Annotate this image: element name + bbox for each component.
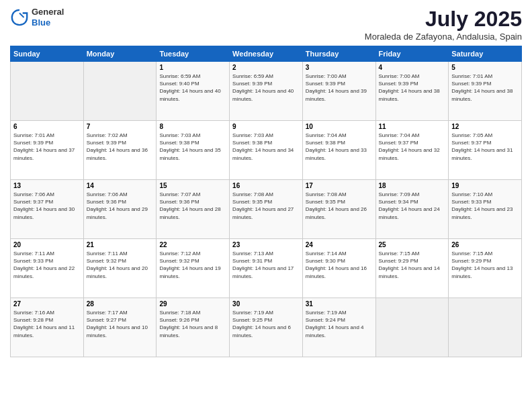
week-row-4: 20Sunrise: 7:11 AMSunset: 9:33 PMDayligh… [11, 239, 522, 298]
calendar-table: Sunday Monday Tuesday Wednesday Thursday… [10, 46, 522, 357]
day-cell: 26Sunrise: 7:15 AMSunset: 9:29 PMDayligh… [449, 239, 522, 298]
day-number: 16 [232, 182, 300, 189]
header-row: Sunday Monday Tuesday Wednesday Thursday… [11, 46, 522, 62]
day-info: Sunrise: 7:06 AMSunset: 9:36 PMDaylight:… [87, 191, 154, 221]
day-info: Sunrise: 7:15 AMSunset: 9:29 PMDaylight:… [379, 250, 446, 280]
day-cell: 31Sunrise: 7:19 AMSunset: 9:24 PMDayligh… [302, 298, 375, 357]
day-cell: 1Sunrise: 6:59 AMSunset: 9:40 PMDaylight… [157, 62, 230, 121]
day-info: Sunrise: 7:01 AMSunset: 9:39 PMDaylight:… [451, 73, 519, 103]
day-cell: 9Sunrise: 7:03 AMSunset: 9:38 PMDaylight… [230, 121, 303, 180]
month-title: July 2025 [365, 7, 522, 32]
day-cell: 12Sunrise: 7:05 AMSunset: 9:37 PMDayligh… [449, 121, 522, 180]
day-info: Sunrise: 7:11 AMSunset: 9:33 PMDaylight:… [13, 250, 81, 280]
day-cell: 6Sunrise: 7:01 AMSunset: 9:39 PMDaylight… [11, 121, 84, 180]
day-cell: 14Sunrise: 7:06 AMSunset: 9:36 PMDayligh… [83, 180, 157, 239]
week-row-2: 6Sunrise: 7:01 AMSunset: 9:39 PMDaylight… [11, 121, 522, 180]
day-info: Sunrise: 7:04 AMSunset: 9:37 PMDaylight:… [379, 132, 446, 162]
page: General Blue July 2025 Moraleda de Zafay… [0, 0, 532, 411]
day-number: 2 [232, 64, 300, 71]
day-info: Sunrise: 7:19 AMSunset: 9:24 PMDaylight:… [306, 309, 373, 339]
day-info: Sunrise: 7:00 AMSunset: 9:39 PMDaylight:… [379, 73, 446, 103]
day-info: Sunrise: 7:04 AMSunset: 9:38 PMDaylight:… [306, 132, 373, 162]
col-saturday: Saturday [449, 46, 522, 62]
day-info: Sunrise: 7:11 AMSunset: 9:32 PMDaylight:… [87, 250, 154, 280]
day-cell: 17Sunrise: 7:08 AMSunset: 9:35 PMDayligh… [302, 180, 375, 239]
day-info: Sunrise: 7:16 AMSunset: 9:28 PMDaylight:… [13, 309, 81, 339]
location: Moraleda de Zafayona, Andalusia, Spain [365, 32, 522, 42]
day-info: Sunrise: 7:00 AMSunset: 9:39 PMDaylight:… [306, 73, 373, 103]
day-number: 4 [379, 64, 446, 71]
day-info: Sunrise: 7:08 AMSunset: 9:35 PMDaylight:… [232, 191, 300, 221]
day-info: Sunrise: 7:12 AMSunset: 9:32 PMDaylight:… [159, 250, 226, 280]
day-cell: 22Sunrise: 7:12 AMSunset: 9:32 PMDayligh… [157, 239, 230, 298]
day-cell: 23Sunrise: 7:13 AMSunset: 9:31 PMDayligh… [230, 239, 303, 298]
day-number: 7 [87, 123, 154, 130]
day-cell: 8Sunrise: 7:03 AMSunset: 9:38 PMDaylight… [157, 121, 230, 180]
day-info: Sunrise: 7:09 AMSunset: 9:34 PMDaylight:… [379, 191, 446, 221]
day-info: Sunrise: 7:05 AMSunset: 9:37 PMDaylight:… [451, 132, 519, 162]
day-number: 31 [306, 300, 373, 308]
day-cell: 30Sunrise: 7:19 AMSunset: 9:25 PMDayligh… [230, 298, 303, 357]
day-cell: 29Sunrise: 7:18 AMSunset: 9:26 PMDayligh… [157, 298, 230, 357]
day-number: 10 [306, 123, 373, 130]
day-info: Sunrise: 7:03 AMSunset: 9:38 PMDaylight:… [232, 132, 300, 162]
day-number: 19 [451, 182, 519, 189]
title-section: July 2025 Moraleda de Zafayona, Andalusi… [365, 7, 522, 42]
col-sunday: Sunday [11, 46, 84, 62]
day-cell: 2Sunrise: 6:59 AMSunset: 9:39 PMDaylight… [230, 62, 303, 121]
day-number: 11 [379, 123, 446, 130]
day-cell: 10Sunrise: 7:04 AMSunset: 9:38 PMDayligh… [302, 121, 375, 180]
day-number: 26 [451, 241, 519, 248]
week-row-1: 1Sunrise: 6:59 AMSunset: 9:40 PMDaylight… [11, 62, 522, 121]
col-monday: Monday [83, 46, 157, 62]
day-cell [11, 62, 84, 121]
logo-blue: Blue [32, 17, 64, 28]
calendar-header: Sunday Monday Tuesday Wednesday Thursday… [11, 46, 522, 62]
logo-icon [10, 8, 29, 27]
day-info: Sunrise: 7:17 AMSunset: 9:27 PMDaylight:… [87, 309, 154, 339]
day-info: Sunrise: 7:19 AMSunset: 9:25 PMDaylight:… [232, 309, 300, 339]
day-number: 25 [379, 241, 446, 248]
day-cell: 4Sunrise: 7:00 AMSunset: 9:39 PMDaylight… [375, 62, 449, 121]
day-number: 9 [232, 123, 300, 130]
day-cell: 27Sunrise: 7:16 AMSunset: 9:28 PMDayligh… [11, 298, 84, 357]
col-wednesday: Wednesday [230, 46, 303, 62]
day-info: Sunrise: 7:15 AMSunset: 9:29 PMDaylight:… [451, 250, 519, 280]
day-number: 27 [13, 300, 81, 308]
day-info: Sunrise: 7:18 AMSunset: 9:26 PMDaylight:… [159, 309, 226, 339]
logo-text: General Blue [32, 7, 64, 28]
day-cell: 20Sunrise: 7:11 AMSunset: 9:33 PMDayligh… [11, 239, 84, 298]
day-cell: 3Sunrise: 7:00 AMSunset: 9:39 PMDaylight… [302, 62, 375, 121]
calendar-body: 1Sunrise: 6:59 AMSunset: 9:40 PMDaylight… [11, 62, 522, 357]
day-number: 3 [306, 64, 373, 71]
day-cell: 13Sunrise: 7:06 AMSunset: 9:37 PMDayligh… [11, 180, 84, 239]
col-friday: Friday [375, 46, 449, 62]
day-cell: 19Sunrise: 7:10 AMSunset: 9:33 PMDayligh… [449, 180, 522, 239]
col-tuesday: Tuesday [157, 46, 230, 62]
logo: General Blue [10, 7, 64, 28]
day-info: Sunrise: 7:13 AMSunset: 9:31 PMDaylight:… [232, 250, 300, 280]
day-cell: 5Sunrise: 7:01 AMSunset: 9:39 PMDaylight… [449, 62, 522, 121]
day-number: 6 [13, 123, 81, 130]
day-info: Sunrise: 7:03 AMSunset: 9:38 PMDaylight:… [159, 132, 226, 162]
day-info: Sunrise: 7:01 AMSunset: 9:39 PMDaylight:… [13, 132, 81, 162]
day-cell: 7Sunrise: 7:02 AMSunset: 9:39 PMDaylight… [83, 121, 157, 180]
day-number: 17 [306, 182, 373, 189]
day-number: 5 [451, 64, 519, 71]
day-number: 21 [87, 241, 154, 248]
day-cell: 18Sunrise: 7:09 AMSunset: 9:34 PMDayligh… [375, 180, 449, 239]
day-number: 24 [306, 241, 373, 248]
header: General Blue July 2025 Moraleda de Zafay… [10, 7, 522, 42]
logo-general: General [32, 7, 64, 17]
day-number: 20 [13, 241, 81, 248]
day-number: 18 [379, 182, 446, 189]
day-number: 23 [232, 241, 300, 248]
week-row-5: 27Sunrise: 7:16 AMSunset: 9:28 PMDayligh… [11, 298, 522, 357]
day-cell: 28Sunrise: 7:17 AMSunset: 9:27 PMDayligh… [83, 298, 157, 357]
day-number: 8 [159, 123, 226, 130]
day-info: Sunrise: 7:08 AMSunset: 9:35 PMDaylight:… [306, 191, 373, 221]
day-cell: 25Sunrise: 7:15 AMSunset: 9:29 PMDayligh… [375, 239, 449, 298]
col-thursday: Thursday [302, 46, 375, 62]
week-row-3: 13Sunrise: 7:06 AMSunset: 9:37 PMDayligh… [11, 180, 522, 239]
day-cell: 15Sunrise: 7:07 AMSunset: 9:36 PMDayligh… [157, 180, 230, 239]
